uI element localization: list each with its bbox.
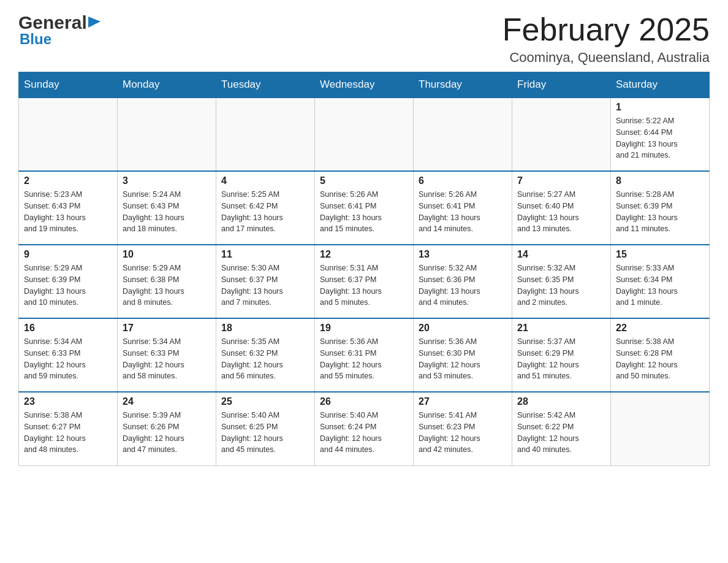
calendar-day-cell: 25Sunrise: 5:40 AM Sunset: 6:25 PM Dayli…	[216, 392, 315, 465]
calendar-day-cell: 5Sunrise: 5:26 AM Sunset: 6:41 PM Daylig…	[315, 171, 414, 245]
day-info: Sunrise: 5:38 AM Sunset: 6:27 PM Dayligh…	[24, 410, 112, 456]
calendar-header-row: SundayMondayTuesdayWednesdayThursdayFrid…	[19, 72, 710, 98]
day-info: Sunrise: 5:39 AM Sunset: 6:26 PM Dayligh…	[123, 410, 211, 456]
calendar-day-cell: 19Sunrise: 5:36 AM Sunset: 6:31 PM Dayli…	[315, 318, 414, 392]
day-info: Sunrise: 5:37 AM Sunset: 6:29 PM Dayligh…	[517, 336, 605, 382]
calendar-week-row: 23Sunrise: 5:38 AM Sunset: 6:27 PM Dayli…	[19, 392, 710, 465]
calendar-day-cell	[414, 98, 512, 171]
calendar-day-cell: 23Sunrise: 5:38 AM Sunset: 6:27 PM Dayli…	[19, 392, 118, 465]
day-number: 8	[616, 175, 704, 186]
day-number: 9	[24, 249, 112, 260]
day-info: Sunrise: 5:35 AM Sunset: 6:32 PM Dayligh…	[221, 336, 309, 382]
day-number: 14	[517, 249, 605, 260]
calendar-week-row: 1Sunrise: 5:22 AM Sunset: 6:44 PM Daylig…	[19, 98, 710, 171]
day-info: Sunrise: 5:36 AM Sunset: 6:31 PM Dayligh…	[320, 336, 408, 382]
day-info: Sunrise: 5:41 AM Sunset: 6:23 PM Dayligh…	[419, 410, 507, 456]
location-subtitle: Coominya, Queensland, Australia	[502, 50, 710, 66]
day-info: Sunrise: 5:38 AM Sunset: 6:28 PM Dayligh…	[616, 336, 704, 382]
day-number: 2	[24, 175, 112, 186]
logo-general-text: General	[18, 12, 87, 33]
calendar-day-cell	[19, 98, 118, 171]
day-number: 24	[123, 396, 211, 407]
day-info: Sunrise: 5:23 AM Sunset: 6:43 PM Dayligh…	[24, 189, 112, 235]
day-info: Sunrise: 5:34 AM Sunset: 6:33 PM Dayligh…	[123, 336, 211, 382]
day-info: Sunrise: 5:42 AM Sunset: 6:22 PM Dayligh…	[517, 410, 605, 456]
calendar-day-cell: 26Sunrise: 5:40 AM Sunset: 6:24 PM Dayli…	[315, 392, 414, 465]
day-number: 12	[320, 249, 408, 260]
day-info: Sunrise: 5:36 AM Sunset: 6:30 PM Dayligh…	[419, 336, 507, 382]
weekday-header-friday: Friday	[512, 72, 611, 98]
day-number: 21	[517, 323, 605, 334]
day-number: 26	[320, 396, 408, 407]
calendar-day-cell: 10Sunrise: 5:29 AM Sunset: 6:38 PM Dayli…	[118, 245, 216, 318]
calendar-day-cell: 3Sunrise: 5:24 AM Sunset: 6:43 PM Daylig…	[118, 171, 216, 245]
calendar-day-cell: 20Sunrise: 5:36 AM Sunset: 6:30 PM Dayli…	[414, 318, 512, 392]
calendar-day-cell	[315, 98, 414, 171]
day-info: Sunrise: 5:25 AM Sunset: 6:42 PM Dayligh…	[221, 189, 309, 235]
day-number: 22	[616, 323, 704, 334]
day-number: 7	[517, 175, 605, 186]
calendar-day-cell	[512, 98, 611, 171]
logo-triangle-icon	[88, 17, 102, 30]
day-info: Sunrise: 5:31 AM Sunset: 6:37 PM Dayligh…	[320, 262, 408, 308]
calendar-day-cell: 7Sunrise: 5:27 AM Sunset: 6:40 PM Daylig…	[512, 171, 611, 245]
day-number: 20	[419, 323, 507, 334]
day-number: 15	[616, 249, 704, 260]
day-info: Sunrise: 5:29 AM Sunset: 6:38 PM Dayligh…	[123, 262, 211, 308]
calendar-day-cell: 17Sunrise: 5:34 AM Sunset: 6:33 PM Dayli…	[118, 318, 216, 392]
calendar-day-cell: 28Sunrise: 5:42 AM Sunset: 6:22 PM Dayli…	[512, 392, 611, 465]
calendar-day-cell: 4Sunrise: 5:25 AM Sunset: 6:42 PM Daylig…	[216, 171, 315, 245]
weekday-header-tuesday: Tuesday	[216, 72, 315, 98]
day-number: 10	[123, 249, 211, 260]
weekday-header-monday: Monday	[118, 72, 216, 98]
calendar-table: SundayMondayTuesdayWednesdayThursdayFrid…	[18, 72, 710, 466]
weekday-header-wednesday: Wednesday	[315, 72, 414, 98]
calendar-week-row: 2Sunrise: 5:23 AM Sunset: 6:43 PM Daylig…	[19, 171, 710, 245]
day-number: 23	[24, 396, 112, 407]
calendar-day-cell: 14Sunrise: 5:32 AM Sunset: 6:35 PM Dayli…	[512, 245, 611, 318]
calendar-day-cell: 13Sunrise: 5:32 AM Sunset: 6:36 PM Dayli…	[414, 245, 512, 318]
weekday-header-saturday: Saturday	[611, 72, 710, 98]
calendar-day-cell: 15Sunrise: 5:33 AM Sunset: 6:34 PM Dayli…	[611, 245, 710, 318]
day-info: Sunrise: 5:22 AM Sunset: 6:44 PM Dayligh…	[616, 115, 704, 161]
day-info: Sunrise: 5:40 AM Sunset: 6:25 PM Dayligh…	[221, 410, 309, 456]
logo-blue-text: Blue	[20, 31, 51, 47]
day-number: 25	[221, 396, 309, 407]
calendar-day-cell: 9Sunrise: 5:29 AM Sunset: 6:39 PM Daylig…	[19, 245, 118, 318]
day-info: Sunrise: 5:29 AM Sunset: 6:39 PM Dayligh…	[24, 262, 112, 308]
calendar-day-cell: 16Sunrise: 5:34 AM Sunset: 6:33 PM Dayli…	[19, 318, 118, 392]
day-number: 13	[419, 249, 507, 260]
day-info: Sunrise: 5:30 AM Sunset: 6:37 PM Dayligh…	[221, 262, 309, 308]
calendar-day-cell: 2Sunrise: 5:23 AM Sunset: 6:43 PM Daylig…	[19, 171, 118, 245]
day-number: 28	[517, 396, 605, 407]
day-number: 3	[123, 175, 211, 186]
day-number: 16	[24, 323, 112, 334]
day-number: 11	[221, 249, 309, 260]
calendar-day-cell	[118, 98, 216, 171]
calendar-day-cell: 8Sunrise: 5:28 AM Sunset: 6:39 PM Daylig…	[611, 171, 710, 245]
logo: General Blue	[18, 12, 102, 48]
day-number: 1	[616, 102, 704, 113]
day-number: 19	[320, 323, 408, 334]
day-number: 18	[221, 323, 309, 334]
calendar-day-cell: 12Sunrise: 5:31 AM Sunset: 6:37 PM Dayli…	[315, 245, 414, 318]
svg-marker-0	[88, 17, 100, 28]
day-number: 5	[320, 175, 408, 186]
calendar-day-cell: 6Sunrise: 5:26 AM Sunset: 6:41 PM Daylig…	[414, 171, 512, 245]
day-info: Sunrise: 5:24 AM Sunset: 6:43 PM Dayligh…	[123, 189, 211, 235]
day-info: Sunrise: 5:32 AM Sunset: 6:36 PM Dayligh…	[419, 262, 507, 308]
calendar-day-cell: 11Sunrise: 5:30 AM Sunset: 6:37 PM Dayli…	[216, 245, 315, 318]
day-number: 17	[123, 323, 211, 334]
day-info: Sunrise: 5:33 AM Sunset: 6:34 PM Dayligh…	[616, 262, 704, 308]
calendar-day-cell	[216, 98, 315, 171]
day-number: 6	[419, 175, 507, 186]
weekday-header-thursday: Thursday	[414, 72, 512, 98]
day-info: Sunrise: 5:26 AM Sunset: 6:41 PM Dayligh…	[320, 189, 408, 235]
page-header: General Blue February 2025 Coominya, Que…	[18, 12, 710, 66]
calendar-day-cell: 22Sunrise: 5:38 AM Sunset: 6:28 PM Dayli…	[611, 318, 710, 392]
calendar-week-row: 9Sunrise: 5:29 AM Sunset: 6:39 PM Daylig…	[19, 245, 710, 318]
title-section: February 2025 Coominya, Queensland, Aust…	[502, 12, 710, 66]
weekday-header-sunday: Sunday	[19, 72, 118, 98]
day-info: Sunrise: 5:40 AM Sunset: 6:24 PM Dayligh…	[320, 410, 408, 456]
calendar-day-cell: 27Sunrise: 5:41 AM Sunset: 6:23 PM Dayli…	[414, 392, 512, 465]
